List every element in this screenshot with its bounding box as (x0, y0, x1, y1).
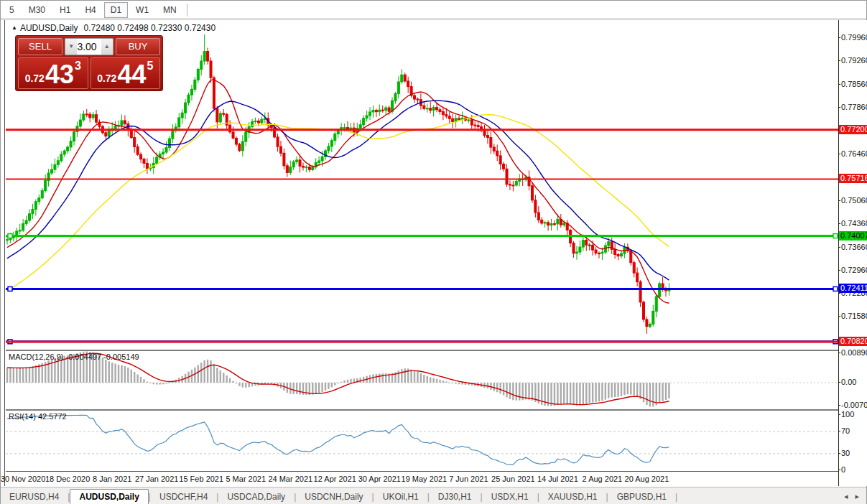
one-click-trade-widget: SELL ▼ 3.00 ▲ BUY 0.72 43 3 0.72 44 5 (15, 35, 163, 91)
rsi-label: RSI(14) 42.5772 (9, 412, 67, 421)
buy-price-pip: 5 (147, 60, 153, 73)
chart-title: ▲AUDUSD,Daily0.72480 0.72498 0.72330 0.7… (11, 23, 215, 33)
date-axis[interactable]: 30 Nov 202018 Dec 20208 Jan 202127 Jan 2… (6, 471, 838, 486)
chart-tab-bar: EURUSD,H4|AUDUSD,Daily|USDCHF,H4|USDCAD,… (1, 487, 866, 504)
buy-button[interactable]: BUY (116, 38, 160, 55)
date-tick-label: 7 Jun 2021 (449, 475, 488, 483)
sell-button[interactable]: SELL (18, 38, 62, 55)
tab-separator: | (675, 492, 677, 504)
toolbar-divider (187, 4, 187, 17)
timeframe-button-m30[interactable]: M30 (22, 2, 52, 18)
rsi-panel[interactable]: RSI(14) 42.5772 (6, 409, 838, 470)
chart-tab-gbpusd[interactable]: GBPUSD,H1 (608, 489, 675, 504)
rsi-tick-label: 30 (841, 449, 850, 457)
date-tick-label: 15 Feb 2021 (179, 475, 223, 483)
sell-price-main: 43 (45, 62, 74, 87)
level-price-label: 0.75716 (839, 174, 867, 183)
chart-tab-usdcnh[interactable]: USDCNH,Daily (296, 489, 371, 504)
timeframe-button-w1[interactable]: W1 (129, 2, 155, 18)
chart-tab-dj30[interactable]: DJ30,H1 (430, 489, 481, 504)
date-tick-label: 30 Nov 2020 (1, 475, 45, 483)
rsi-tick-label: 70 (841, 426, 850, 435)
chart-tab-ukoil[interactable]: UKOil,H1 (374, 489, 427, 504)
macd-tick-label: -0.00701 (841, 401, 867, 409)
chart-tab-audusd[interactable]: AUDUSD,Daily (70, 489, 148, 504)
macd-tick-label: 0.008904 (841, 348, 867, 357)
timeframe-button-5[interactable]: 5 (3, 2, 21, 18)
price-tick-label: 0.79260 (841, 56, 867, 65)
buy-price-button[interactable]: 0.72 44 5 (91, 57, 161, 89)
price-axis[interactable]: 0.799600.792600.785600.778600.764600.750… (838, 20, 867, 486)
timeframe-button-h4[interactable]: H4 (78, 2, 102, 18)
level-price-label: 0.77200 (839, 125, 867, 134)
timeframe-button-h1[interactable]: H1 (53, 2, 77, 18)
price-tick-label: 0.78560 (841, 80, 867, 88)
rsi-canvas (6, 411, 838, 470)
date-tick-label: 8 Jan 2021 (93, 475, 131, 483)
date-tick-label: 20 Aug 2021 (625, 475, 669, 483)
volume-value[interactable]: 3.00 (77, 39, 101, 55)
rsi-tick-label: 100 (841, 410, 854, 419)
chart-tab-usdx[interactable]: USDX,H1 (483, 489, 537, 504)
date-tick-label: 24 Mar 2021 (268, 475, 312, 483)
sell-price-prefix: 0.72 (25, 73, 45, 84)
price-tick-label: 0.77860 (841, 103, 867, 111)
trading-app-window: 5M30H1H4D1W1MN ▲AUDUSD,Daily0.72480 0.72… (0, 0, 867, 504)
date-tick-label: 25 Jun 2021 (491, 475, 535, 483)
price-tick-label: 0.79960 (841, 33, 867, 42)
date-tick-label: 5 Mar 2021 (226, 475, 266, 483)
date-tick-label: 2 Aug 2021 (583, 475, 623, 483)
timeframe-button-d1[interactable]: D1 (104, 2, 128, 18)
chart-tab-xauusd[interactable]: XAUUSD,H1 (539, 489, 606, 504)
price-tick-label: 0.72960 (841, 266, 867, 274)
volume-decrease-button[interactable]: ▼ (65, 39, 77, 55)
macd-tick-label: 0.00 (841, 378, 856, 386)
timeframe-toolbar: 5M30H1H4D1W1MN (1, 1, 866, 19)
date-tick-label: 18 Dec 2020 (45, 475, 90, 483)
rsi-tick-label: 0 (841, 465, 845, 474)
price-tick-label: 0.73660 (841, 243, 867, 251)
chart-tab-usdcad[interactable]: USDCAD,Daily (218, 489, 294, 504)
price-tick-label: 0.75060 (841, 196, 867, 205)
chart-tab-eurusd[interactable]: EURUSD,H4 (1, 489, 68, 504)
date-tick-label: 12 Apr 2021 (314, 475, 356, 483)
level-price-label: 0.72411 (839, 284, 867, 293)
chart-ohlc-values: 0.72480 0.72498 0.72330 0.72430 (84, 23, 216, 33)
price-tick-label: 0.71580 (841, 312, 867, 320)
macd-panel[interactable]: MACD(12,26,9) -0.004497 -0.005149 (6, 350, 838, 409)
sell-price-pip: 3 (75, 60, 81, 73)
level-price-label: 0.70820 (839, 337, 867, 346)
date-tick-label: 30 Apr 2021 (358, 475, 401, 483)
price-tick-label: 0.76460 (841, 149, 867, 158)
volume-stepper: ▼ 3.00 ▲ (65, 38, 113, 55)
tab-scroll-left-icon[interactable]: ◂ (844, 492, 848, 501)
chart-region: ▲AUDUSD,Daily0.72480 0.72498 0.72330 0.7… (4, 20, 838, 486)
volume-increase-button[interactable]: ▲ (101, 39, 113, 55)
price-tick-label: 0.74360 (841, 219, 867, 228)
level-price-label: 0.74007 (839, 231, 867, 241)
chart-symbol-label: AUDUSD,Daily (20, 23, 78, 33)
date-tick-label: 19 May 2021 (402, 475, 448, 483)
date-tick-label: 27 Jan 2021 (135, 475, 179, 483)
sell-price-button[interactable]: 0.72 43 3 (18, 57, 88, 89)
macd-label: MACD(12,26,9) -0.004497 -0.005149 (9, 353, 139, 361)
collapse-arrow-icon[interactable]: ▲ (11, 24, 17, 31)
buy-price-prefix: 0.72 (97, 73, 116, 84)
chart-tab-usdchf[interactable]: USDCHF,H4 (151, 489, 216, 504)
buy-price-main: 44 (117, 62, 146, 87)
date-tick-label: 14 Jul 2021 (537, 475, 578, 483)
timeframe-button-mn[interactable]: MN (157, 2, 183, 18)
tab-scroll-right-icon[interactable]: ▸ (855, 492, 859, 501)
